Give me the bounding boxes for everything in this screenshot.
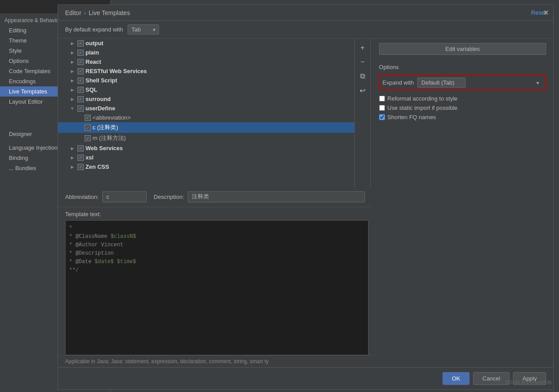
- expand-arrow-icon: ▶: [69, 78, 76, 83]
- settings-dialog: Editor › Live Templates Reset ✕ By defau…: [58, 4, 554, 390]
- abbreviation-input[interactable]: [102, 191, 147, 202]
- tree-item-xsl[interactable]: ▶ xsl: [58, 153, 354, 162]
- sidebar-item-label: Layout Editor: [9, 98, 43, 105]
- description-group: Description:: [154, 191, 365, 202]
- sidebar-item-label: Encodings: [9, 78, 36, 85]
- checkbox-restful[interactable]: [78, 68, 84, 74]
- expand-arrow-icon: ▶: [69, 69, 76, 74]
- watermark: CSDN @Vincent道格: [506, 379, 552, 386]
- tree-item-userdefine[interactable]: ▼ userDefine: [58, 104, 354, 113]
- ok-button[interactable]: OK: [443, 372, 470, 385]
- tree-item-restful[interactable]: ▶ RESTful Web Services: [58, 66, 354, 76]
- cancel-button[interactable]: Cancel: [473, 372, 509, 385]
- expand-arrow-icon: ▶: [69, 146, 76, 151]
- tree-item-zencss[interactable]: ▶ Zen CSS: [58, 162, 354, 171]
- expand-with-dropdown-wrapper: Default (Tab) Tab Enter Space ▼: [417, 78, 543, 88]
- dialog-titlebar: Editor › Live Templates Reset ✕: [58, 5, 553, 21]
- close-button[interactable]: ✕: [543, 8, 549, 17]
- toolbar-row: By default expand with Tab Enter Space ▼: [58, 21, 553, 39]
- item-label: xsl: [85, 154, 93, 161]
- checkbox-sql[interactable]: [78, 87, 84, 93]
- item-label: Zen CSS: [85, 163, 109, 170]
- expand-with-row: Expand with Default (Tab) Tab Enter Spac…: [379, 75, 546, 90]
- action-buttons: + − ⧉ ↩: [355, 39, 371, 187]
- checkbox-webservices[interactable]: [78, 145, 84, 151]
- reformat-checkbox-row: Reformat according to style: [379, 94, 546, 103]
- tree-item-react[interactable]: ▶ React: [58, 57, 354, 66]
- expand-arrow-icon: ▶: [69, 60, 76, 64]
- item-label: c (注释类): [93, 124, 118, 132]
- tree-item-c-note[interactable]: c (注释类): [58, 122, 354, 133]
- expand-arrow-icon: ▶: [69, 165, 76, 169]
- description-label: Description:: [154, 194, 184, 200]
- abbreviation-label: Abbreviation:: [65, 194, 99, 200]
- breadcrumb-separator: ›: [84, 9, 86, 16]
- item-label: React: [85, 58, 101, 65]
- checkbox-zencss[interactable]: [78, 164, 84, 170]
- expand-arrow-icon: ▶: [69, 97, 76, 101]
- expand-arrow-icon: ▶: [69, 155, 76, 160]
- tree-item-webservices[interactable]: ▶ Web Services: [58, 144, 354, 153]
- checkbox-abbr[interactable]: [85, 115, 91, 121]
- shorten-fq-checkbox[interactable]: [379, 114, 385, 120]
- sidebar-item-label: Editing: [9, 27, 27, 34]
- tree-item-sql[interactable]: ▶ SQL: [58, 85, 354, 94]
- sidebar-item-label: Designer: [9, 131, 32, 137]
- edit-variables-button[interactable]: Edit variables: [379, 43, 546, 55]
- description-input[interactable]: [188, 191, 365, 202]
- reformat-checkbox[interactable]: [379, 96, 385, 101]
- item-label: surround: [85, 96, 111, 102]
- checkbox-userdefine[interactable]: [78, 105, 84, 112]
- static-import-checkbox-row: Use static import if possible: [379, 103, 546, 113]
- sidebar-item-label: Theme: [9, 37, 27, 44]
- tree-item-surround[interactable]: ▶ surround: [58, 94, 354, 104]
- tree-item-output[interactable]: ▶ output: [58, 39, 354, 48]
- expand-arrow-icon: ▶: [69, 88, 76, 92]
- item-label: userDefine: [85, 105, 115, 112]
- sidebar-item-label: Language Injections: [9, 144, 60, 151]
- chevron-down-icon: ▼: [536, 80, 540, 85]
- static-import-checkbox[interactable]: [379, 105, 385, 111]
- revert-button[interactable]: ↩: [357, 85, 369, 96]
- expand-label: By default expand with: [65, 26, 123, 33]
- expand-with-dropdown[interactable]: Default (Tab) Tab Enter Space: [417, 78, 466, 88]
- expand-dropdown[interactable]: Tab Enter Space: [128, 24, 159, 35]
- checkbox-react[interactable]: [78, 59, 84, 65]
- remove-button[interactable]: −: [357, 56, 369, 68]
- options-title: Options: [379, 64, 546, 70]
- add-button[interactable]: +: [357, 42, 369, 54]
- expand-dropdown-wrapper: Tab Enter Space ▼: [128, 24, 159, 35]
- checkbox-c-note[interactable]: [85, 124, 91, 131]
- tree-item-shell[interactable]: ▶ Shell Script: [58, 76, 354, 85]
- item-label: Web Services: [85, 145, 123, 151]
- item-label: output: [85, 40, 103, 47]
- checkbox-plain[interactable]: [78, 50, 84, 56]
- checkbox-m-note[interactable]: [85, 135, 91, 141]
- item-label: RESTful Web Services: [85, 68, 147, 74]
- expand-with-label: Expand with: [383, 79, 414, 86]
- template-code-editor[interactable]: * * @ClassName $classN$ * @Author Vincen…: [65, 220, 369, 356]
- checkbox-shell[interactable]: [78, 78, 84, 84]
- expand-arrow-icon: ▼: [69, 106, 76, 111]
- sidebar-item-label: Appearance & Behavior: [4, 17, 61, 23]
- tree-item-m-note[interactable]: m (注释方法): [58, 133, 354, 144]
- item-label: plain: [85, 49, 99, 56]
- sidebar-item-label: Code Templates: [9, 68, 50, 74]
- static-import-label: Use static import if possible: [388, 105, 458, 111]
- sidebar-item-label: Options: [9, 58, 29, 64]
- expand-arrow-icon: ▶: [69, 50, 76, 55]
- options-panel: Edit variables Options Expand with Defau…: [372, 39, 553, 367]
- checkbox-surround[interactable]: [78, 96, 84, 102]
- dialog-footer: OK Cancel Apply: [58, 367, 553, 389]
- tree-item-abbreviation[interactable]: <abbreviation>: [58, 113, 354, 122]
- shorten-fq-checkbox-row: Shorten FQ names: [379, 113, 546, 122]
- expand-arrow-icon: ▶: [69, 41, 76, 46]
- checkbox-output[interactable]: [78, 40, 84, 47]
- tree-item-plain[interactable]: ▶ plain: [58, 48, 354, 57]
- item-label: m (注释方法): [93, 134, 126, 142]
- item-label: Shell Script: [85, 77, 117, 84]
- sidebar-item-label: Style: [9, 47, 22, 54]
- copy-button[interactable]: ⧉: [357, 70, 369, 82]
- checkbox-xsl[interactable]: [78, 155, 84, 161]
- applicable-text: Applicable in Java; Java: statement, exp…: [58, 355, 372, 367]
